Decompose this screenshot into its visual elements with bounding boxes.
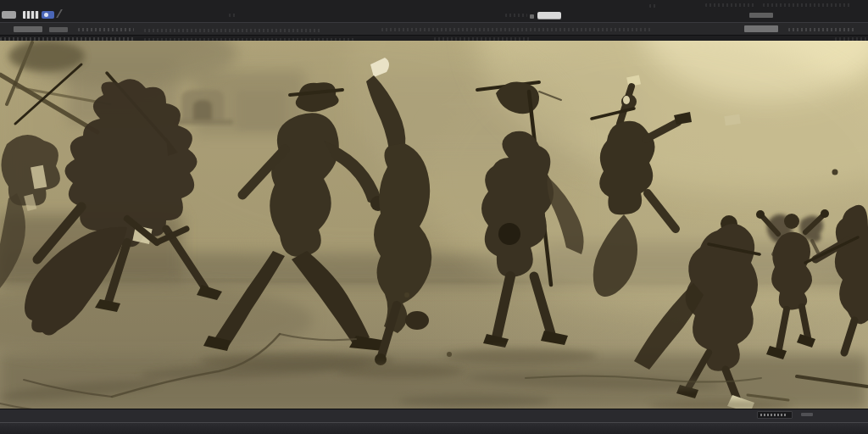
toolbar-text-smudge [78, 28, 134, 31]
titlebar-right-smudge [649, 4, 656, 8]
titlebar-right-smudge [705, 3, 756, 7]
cartwheel-hand [375, 353, 387, 365]
status-chip-micro-text [760, 414, 787, 416]
leaper-hand-2 [821, 209, 829, 218]
app-logo-gray-icon[interactable] [2, 11, 16, 19]
status-chip[interactable] [757, 411, 793, 419]
titlebar-button[interactable] [537, 12, 561, 19]
warrior-shadow [445, 348, 598, 364]
jumper-face-highlight [623, 96, 630, 104]
bottombar [0, 422, 868, 434]
app-logo-tick-icon [56, 9, 71, 18]
titlebar-right-chip[interactable] [749, 13, 773, 18]
toolbar-row-1 [0, 22, 868, 35]
toolbar-chip[interactable] [49, 27, 68, 32]
leaper-hand-1 [756, 210, 765, 219]
menu-text-smudge [505, 14, 527, 17]
toolbar-text-smudge [381, 28, 653, 31]
ground-streak-4 [398, 395, 551, 407]
toolbar-text-smudge [788, 28, 856, 31]
toolbar-row-2 [0, 35, 868, 41]
toolbar-text-smudge [144, 29, 322, 32]
canvas-viewport[interactable] [0, 41, 868, 409]
warrior-head-dark [498, 223, 520, 245]
painting-svg [0, 41, 868, 409]
debris-dot-1 [447, 352, 452, 357]
cartwheel-head [405, 311, 429, 330]
toolbar-chip[interactable] [744, 25, 778, 32]
debris-dot-2 [404, 292, 409, 298]
titlebar-right-smudge [763, 3, 852, 7]
menu-text-smudge [229, 14, 237, 17]
titlebar-dot-icon [530, 14, 534, 19]
titlebar [0, 0, 868, 23]
toolbar-chip[interactable] [14, 26, 42, 32]
app-logo-blue-icon[interactable] [42, 11, 54, 19]
statusbar [0, 409, 868, 422]
branch-blob [8, 41, 85, 71]
tiny-dark-dot [832, 170, 838, 175]
leaper-head [784, 214, 799, 229]
status-dash [801, 413, 813, 416]
app-window [0, 0, 868, 434]
app-logo-glyph-icon[interactable] [23, 11, 39, 19]
